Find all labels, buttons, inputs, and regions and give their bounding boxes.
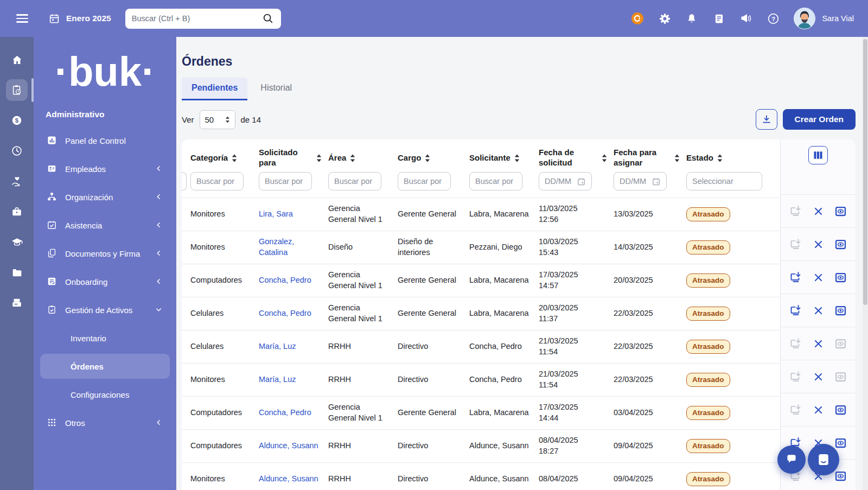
sidebar-item-inventario[interactable]: Inventario bbox=[40, 326, 170, 351]
column-header--rea[interactable]: Área bbox=[328, 153, 398, 163]
rail-item-folder[interactable] bbox=[6, 262, 28, 283]
person-link[interactable]: Aldunce, Susann bbox=[259, 474, 318, 483]
global-search[interactable] bbox=[125, 9, 281, 29]
filter-input[interactable]: Buscar por bbox=[190, 172, 244, 190]
calendar-icon[interactable] bbox=[652, 177, 661, 186]
person-link[interactable]: Lira, Sara bbox=[259, 209, 293, 218]
assign-device-icon[interactable] bbox=[789, 205, 802, 218]
sidebar-item-configuraciones[interactable]: Configuraciones bbox=[40, 382, 170, 407]
create-order-button[interactable]: Crear Orden bbox=[783, 109, 856, 130]
column-header-estado[interactable]: Estado bbox=[686, 153, 780, 163]
person-link[interactable]: María, Luz bbox=[259, 342, 296, 351]
tab-historial[interactable]: Historial bbox=[251, 78, 302, 100]
assign-device-icon[interactable] bbox=[789, 403, 802, 416]
user-menu[interactable]: Sara Vial bbox=[794, 8, 854, 29]
cancel-x-icon[interactable] bbox=[812, 238, 825, 251]
view-eye-icon[interactable] bbox=[834, 304, 847, 317]
column-header-solicitante[interactable]: Solicitante bbox=[469, 153, 539, 163]
search-icon[interactable] bbox=[261, 12, 275, 25]
settings-gear-icon[interactable] bbox=[658, 12, 671, 25]
sort-icon[interactable] bbox=[425, 154, 430, 162]
person-link[interactable]: Concha, Pedro bbox=[259, 408, 311, 417]
column-header-categor-a[interactable]: Categoría bbox=[190, 153, 259, 163]
person-link[interactable]: María, Luz bbox=[259, 375, 296, 384]
sidebar-item-organizaci-n[interactable]: Organización bbox=[40, 184, 170, 209]
rail-item-graduation[interactable] bbox=[6, 231, 28, 253]
sidebar-item-otros[interactable]: Otros bbox=[40, 410, 170, 435]
sidebar-item--rdenes[interactable]: Órdenes bbox=[40, 354, 170, 379]
sidebar-item-asistencia[interactable]: Asistencia bbox=[40, 213, 170, 238]
person-link[interactable]: Concha, Pedro bbox=[259, 309, 311, 317]
view-eye-icon[interactable] bbox=[834, 436, 847, 449]
tab-pendientes[interactable]: Pendientes bbox=[182, 78, 247, 100]
rail-item-home[interactable] bbox=[6, 49, 28, 71]
search-input[interactable] bbox=[132, 14, 257, 23]
column-header-solicitado-para[interactable]: Solicitado para bbox=[259, 148, 328, 168]
sort-icon[interactable] bbox=[674, 154, 680, 162]
sidebar-item-empleados[interactable]: Empleados bbox=[40, 156, 170, 181]
notes-icon[interactable] bbox=[712, 12, 725, 25]
view-eye-icon[interactable] bbox=[834, 337, 847, 350]
hidden-column-filter[interactable] bbox=[182, 172, 187, 190]
column-header-cargo[interactable]: Cargo bbox=[398, 153, 469, 163]
feedback-chat-button[interactable] bbox=[777, 446, 806, 474]
rail-item-dollar[interactable]: $ bbox=[6, 110, 28, 131]
rail-item-hand-heart[interactable] bbox=[6, 170, 28, 192]
sort-icon[interactable] bbox=[316, 154, 322, 162]
cancel-x-icon[interactable] bbox=[812, 271, 825, 284]
assign-device-icon[interactable] bbox=[789, 238, 802, 251]
sidebar-item-panel-de-control[interactable]: Panel de Control bbox=[40, 128, 170, 153]
notifications-bell-icon[interactable] bbox=[685, 12, 698, 25]
per-page-select[interactable]: 50 bbox=[200, 110, 235, 129]
column-settings-button[interactable] bbox=[808, 146, 828, 164]
announcements-megaphone-icon[interactable] bbox=[739, 12, 752, 25]
sort-icon[interactable] bbox=[232, 154, 237, 162]
view-eye-icon[interactable] bbox=[834, 403, 847, 416]
filter-input[interactable]: Buscar por bbox=[259, 172, 312, 190]
column-header-fecha-para-asignar[interactable]: Fecha para asignar bbox=[614, 148, 686, 168]
avatar[interactable] bbox=[794, 8, 815, 29]
person-link[interactable]: Concha, Pedro bbox=[259, 276, 311, 284]
status-filter-select[interactable]: Seleccionar bbox=[686, 172, 762, 190]
assign-device-icon[interactable] bbox=[789, 337, 802, 350]
updates-icon[interactable] bbox=[631, 12, 644, 25]
sidebar-item-documentos-y-firma[interactable]: Documentos y Firma bbox=[40, 241, 170, 266]
cancel-x-icon[interactable] bbox=[812, 304, 825, 317]
hamburger-menu-icon[interactable] bbox=[16, 14, 28, 23]
help-icon[interactable]: ? bbox=[767, 12, 780, 25]
cancel-x-icon[interactable] bbox=[812, 337, 825, 350]
assign-device-icon[interactable] bbox=[789, 271, 802, 284]
view-eye-icon[interactable] bbox=[834, 370, 847, 383]
filter-input[interactable]: Buscar por bbox=[398, 172, 451, 190]
date-filter-input[interactable]: DD/MM bbox=[539, 172, 592, 190]
calendar-icon[interactable] bbox=[577, 177, 586, 186]
sort-icon[interactable] bbox=[602, 154, 607, 162]
sidebar-item-onboarding[interactable]: Onboarding bbox=[40, 269, 170, 294]
sidebar-item-gesti-n-de-activos[interactable]: Gestión de Activos bbox=[40, 297, 170, 322]
rail-item-briefcase[interactable] bbox=[6, 201, 28, 222]
assign-device-icon[interactable] bbox=[789, 370, 802, 383]
person-link[interactable]: Aldunce, Susann bbox=[259, 441, 318, 450]
filter-input[interactable]: Buscar por bbox=[469, 172, 522, 190]
cancel-x-icon[interactable] bbox=[812, 205, 825, 218]
view-eye-icon[interactable] bbox=[834, 271, 847, 284]
view-eye-icon[interactable] bbox=[834, 205, 847, 218]
view-eye-icon[interactable] bbox=[834, 469, 847, 482]
cancel-x-icon[interactable] bbox=[812, 370, 825, 383]
view-eye-icon[interactable] bbox=[834, 238, 847, 251]
scrollbar-thumb[interactable] bbox=[863, 39, 867, 305]
assign-device-icon[interactable] bbox=[789, 304, 802, 317]
rail-item-clock[interactable] bbox=[6, 140, 28, 162]
support-chat-button[interactable] bbox=[808, 444, 839, 475]
cancel-x-icon[interactable] bbox=[812, 403, 825, 416]
download-button[interactable] bbox=[756, 109, 777, 130]
period-selector[interactable]: Enero 2025 bbox=[48, 12, 111, 25]
sort-icon[interactable] bbox=[350, 154, 355, 162]
column-header-fecha-de-solicitud[interactable]: Fecha de solicitud bbox=[539, 148, 614, 168]
sort-icon[interactable] bbox=[514, 154, 520, 162]
rail-item-clipboard-clock[interactable] bbox=[6, 79, 28, 101]
filter-input[interactable]: Buscar por bbox=[328, 172, 381, 190]
date-filter-input[interactable]: DD/MM bbox=[614, 172, 667, 190]
person-link[interactable]: Gonzalez, Catalina bbox=[259, 237, 294, 257]
rail-item-cabinet[interactable] bbox=[6, 292, 28, 314]
